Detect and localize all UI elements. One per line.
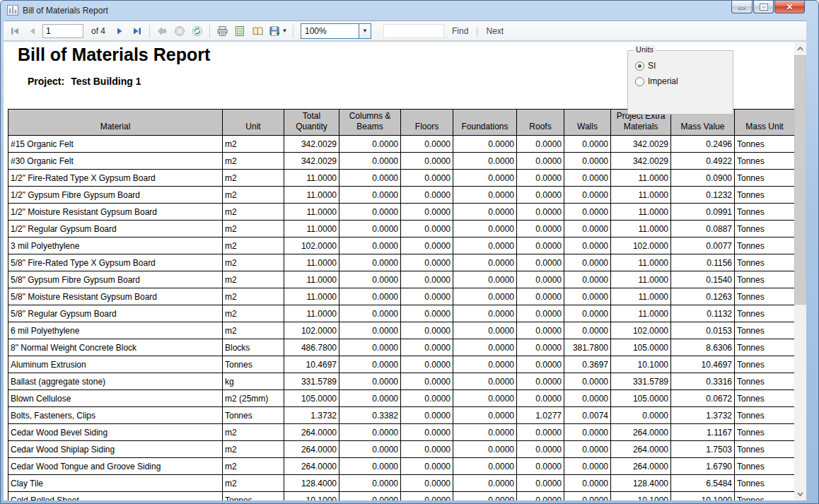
table-cell: 0.0000	[401, 271, 453, 288]
page-number-input[interactable]	[42, 24, 83, 38]
column-header: Total Quantity	[284, 110, 339, 136]
table-cell: 102.0000	[611, 322, 671, 339]
table-cell: 0.0000	[564, 204, 611, 221]
print-button[interactable]	[214, 23, 230, 39]
table-cell: 0.0000	[453, 153, 517, 170]
table-cell: 0.0000	[517, 373, 564, 390]
table-cell: 10.1000	[611, 492, 671, 501]
table-row: 5/8" Fire-Rated Type X Gypsum Boardm211.…	[8, 254, 795, 271]
table-cell: Tonnes	[735, 441, 795, 458]
table-cell: 0.0000	[401, 254, 453, 271]
next-page-button[interactable]	[112, 23, 127, 39]
units-option-si[interactable]: SI	[635, 61, 733, 71]
table-cell: 0.0000	[453, 254, 517, 271]
table-cell: Tonnes	[735, 187, 795, 204]
title-bar[interactable]: Bill of Materials Report ✕	[1, 1, 818, 20]
table-cell: 0.0000	[339, 356, 401, 373]
table-cell: 0.0000	[453, 288, 517, 305]
table-row: Cedar Wood Tongue and Groove Sidingm2264…	[8, 458, 795, 475]
units-option-imperial[interactable]: Imperial	[635, 76, 733, 86]
table-cell: 0.0000	[564, 322, 611, 339]
table-row: #30 Organic Feltm2342.00290.00000.00000.…	[8, 153, 795, 170]
table-cell: m2	[223, 221, 284, 238]
table-cell: 0.0000	[401, 441, 453, 458]
table-cell: 0.0000	[517, 254, 564, 271]
page-count-label: of 4	[86, 26, 110, 36]
chevron-down-icon: ▼	[362, 28, 368, 34]
table-cell: 0.0000	[401, 339, 453, 356]
radio-icon[interactable]	[635, 77, 644, 86]
table-row: 3 mil Polyethylenem2102.00000.00000.0000…	[8, 238, 795, 254]
stop-button[interactable]	[172, 23, 187, 39]
table-cell: 1/2" Gypsum Fibre Gypsum Board	[8, 187, 223, 204]
search-input[interactable]	[383, 24, 444, 38]
table-cell: 0.0000	[401, 288, 453, 305]
zoom-value: 100%	[301, 26, 359, 36]
table-cell: 0.2496	[671, 136, 735, 153]
table-cell: 381.7800	[564, 339, 611, 356]
table-cell: 331.5789	[284, 373, 339, 390]
table-cell: Tonnes	[735, 492, 795, 501]
table-cell: 331.5789	[611, 373, 671, 390]
close-button[interactable]: ✕	[774, 1, 805, 13]
table-cell: 0.0000	[339, 322, 401, 339]
table-row: 8" Normal Weight Concrete BlockBlocks486…	[8, 339, 795, 356]
table-cell: m2	[223, 424, 284, 441]
table-cell: 1/2" Regular Gypsum Board	[8, 221, 223, 238]
table-row: 1/2" Fire-Rated Type X Gypsum Boardm211.…	[8, 170, 795, 187]
find-next-separator: |	[476, 26, 478, 36]
table-cell: 0.0000	[453, 407, 517, 424]
last-page-button[interactable]	[129, 23, 145, 39]
table-cell: 11.0000	[284, 221, 339, 238]
table-row: Bolts, Fasteners, ClipsTonnes1.37320.338…	[8, 407, 795, 424]
app-window: Bill of Materials Report ✕ of 4	[0, 0, 819, 504]
table-cell: 0.0000	[401, 390, 453, 407]
table-cell: 0.0000	[401, 356, 453, 373]
refresh-button[interactable]	[190, 23, 205, 39]
previous-page-button[interactable]	[25, 23, 40, 39]
table-cell: 0.0000	[401, 238, 453, 254]
table-cell: 11.0000	[611, 305, 671, 322]
table-cell: 0.0000	[401, 170, 453, 187]
table-cell: 0.0000	[517, 221, 564, 238]
page-setup-button[interactable]	[250, 23, 265, 39]
table-cell: 0.0000	[339, 305, 401, 322]
table-cell: 0.0000	[564, 271, 611, 288]
table-cell: 105.0000	[611, 390, 671, 407]
table-cell: 0.0000	[517, 271, 564, 288]
table-cell: 11.0000	[611, 271, 671, 288]
scrollbar-thumb[interactable]	[794, 55, 806, 305]
scroll-up-button[interactable]	[794, 42, 806, 54]
scroll-down-button[interactable]	[794, 488, 806, 500]
print-layout-button[interactable]	[232, 23, 248, 39]
table-row: 6 mil Polyethylenem2102.00000.00000.0000…	[8, 322, 795, 339]
table-cell: m2	[223, 170, 284, 187]
vertical-scrollbar[interactable]	[794, 42, 806, 500]
table-cell: 0.0000	[517, 187, 564, 204]
table-cell: Cedar Wood Tongue and Groove Siding	[8, 458, 223, 475]
table-cell: 0.0153	[671, 322, 735, 339]
table-cell: 0.0000	[564, 254, 611, 271]
table-cell: 0.0000	[517, 238, 564, 254]
zoom-select[interactable]: 100% ▼	[301, 23, 371, 39]
radio-icon[interactable]	[635, 61, 644, 71]
first-page-button[interactable]	[7, 23, 23, 39]
table-cell: 0.0000	[339, 238, 401, 254]
zoom-dropdown-button[interactable]: ▼	[359, 24, 371, 38]
units-legend: Units	[634, 45, 656, 54]
maximize-button[interactable]	[753, 1, 774, 13]
export-dropdown-caret[interactable]: ▼	[282, 28, 288, 34]
table-cell: 0.0000	[517, 170, 564, 187]
find-next-button[interactable]: Next	[480, 26, 509, 36]
find-button[interactable]: Find	[446, 26, 474, 36]
table-cell: 102.0000	[611, 238, 671, 254]
back-button[interactable]	[154, 23, 170, 39]
export-button[interactable]: ▼	[267, 23, 289, 39]
table-cell: m2	[223, 322, 284, 339]
minimize-button[interactable]	[731, 1, 753, 13]
column-header: Foundations	[453, 110, 517, 136]
table-cell: 342.0029	[284, 136, 339, 153]
table-cell: 342.0029	[611, 136, 671, 153]
table-cell: Aluminum Extrusion	[8, 356, 223, 373]
table-cell: 0.0000	[564, 424, 611, 441]
